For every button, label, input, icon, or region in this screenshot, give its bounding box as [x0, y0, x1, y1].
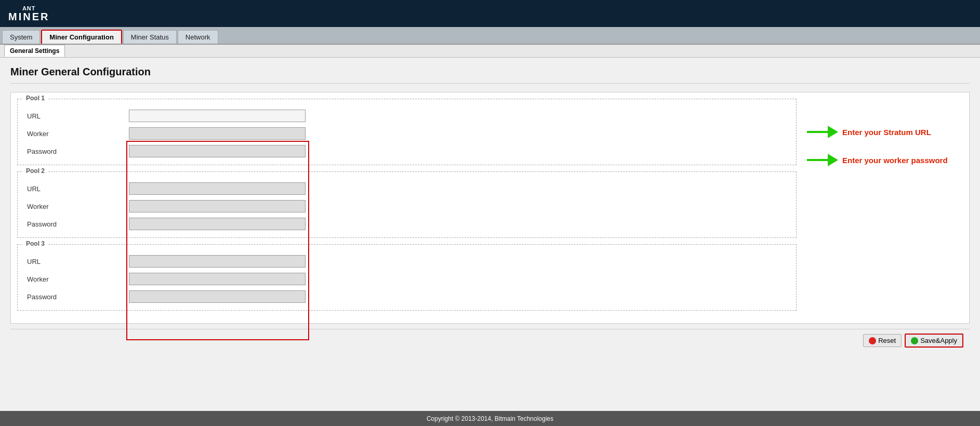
tab-system[interactable]: System — [2, 30, 40, 44]
pool2-password-input[interactable] — [129, 218, 306, 230]
pool2-password-row: Password — [25, 218, 789, 230]
arrow-stratum-icon — [807, 126, 838, 138]
main-content: Miner General Configuration Pool 1 URL W… — [0, 58, 980, 411]
pool1-worker-label: Worker — [25, 130, 129, 138]
reset-label: Reset — [878, 337, 896, 344]
logo-top: ANT — [22, 6, 36, 11]
pool2-worker-input[interactable] — [129, 200, 306, 212]
pool2-legend: Pool 2 — [23, 167, 48, 175]
pool1-area: Pool 1 URL Worker Password — [17, 99, 963, 317]
save-apply-button[interactable]: Save&Apply — [905, 334, 963, 348]
annotation-worker-text: Enter your worker password — [842, 156, 948, 165]
pool1-url-label: URL — [25, 112, 129, 120]
reset-button[interactable]: Reset — [863, 334, 902, 347]
pool3-url-input[interactable] — [129, 255, 306, 268]
annotation-stratum-text: Enter your Stratum URL — [842, 128, 931, 137]
pool3-url-row: URL — [25, 255, 789, 268]
pool1-password-input[interactable] — [129, 145, 306, 157]
pool3-legend: Pool 3 — [23, 240, 48, 247]
pool2-password-label: Password — [25, 220, 129, 228]
pool3-section: Pool 3 URL Worker Password — [17, 244, 797, 311]
save-apply-icon — [911, 337, 918, 344]
pool2-url-label: URL — [25, 185, 129, 193]
pool2-worker-label: Worker — [25, 203, 129, 210]
annotations-column: Enter your Stratum URL Enter your worker… — [797, 99, 963, 166]
pool1-worker-input[interactable] — [129, 127, 306, 140]
tab-network[interactable]: Network — [178, 30, 218, 44]
pool3-url-label: URL — [25, 258, 129, 265]
pool3-worker-label: Worker — [25, 275, 129, 283]
pool1-worker-row: Worker — [25, 127, 789, 140]
reset-icon — [869, 337, 876, 344]
pool1-password-label: Password — [25, 148, 129, 155]
pool2-worker-row: Worker — [25, 200, 789, 212]
pool1-section: Pool 1 URL Worker Password — [17, 99, 797, 165]
pool1-url-row: URL — [25, 110, 789, 122]
pool3-password-input[interactable] — [129, 290, 306, 303]
pool3-worker-input[interactable] — [129, 273, 306, 285]
pool2-url-row: URL — [25, 182, 789, 195]
pool3-worker-row: Worker — [25, 273, 789, 285]
pools-wrapper: Pool 1 URL Worker Password — [17, 99, 797, 317]
pool1-url-input[interactable] — [129, 110, 306, 122]
tab-miner-status[interactable]: Miner Status — [123, 30, 177, 44]
copyright-text: Copyright © 2013-2014, Bitmain Technolog… — [427, 415, 553, 422]
annotation-worker-password: Enter your worker password — [807, 154, 963, 166]
config-container: Pool 1 URL Worker Password — [10, 92, 970, 324]
save-apply-label: Save&Apply — [920, 337, 957, 344]
pool1-password-row: Password — [25, 145, 789, 157]
footer-bar: Reset Save&Apply — [10, 329, 970, 352]
header: ANT MINER — [0, 0, 980, 27]
arrow-worker-icon — [807, 154, 838, 166]
pool1-legend: Pool 1 — [23, 95, 48, 102]
pool2-url-input[interactable] — [129, 182, 306, 195]
pool3-password-label: Password — [25, 293, 129, 301]
tab-miner-configuration[interactable]: Miner Configuration — [41, 30, 122, 44]
annotation-stratum-url: Enter your Stratum URL — [807, 126, 963, 138]
copyright-bar: Copyright © 2013-2014, Bitmain Technolog… — [0, 411, 980, 426]
pool3-password-row: Password — [25, 290, 789, 303]
tab-bar: System Miner Configuration Miner Status … — [0, 27, 980, 45]
pool2-section: Pool 2 URL Worker Password — [17, 171, 797, 238]
logo: ANT MINER — [8, 6, 49, 22]
logo-bottom: MINER — [8, 11, 49, 22]
page-title: Miner General Configuration — [10, 66, 970, 84]
sub-tab-general-settings[interactable]: General Settings — [4, 45, 65, 57]
sub-tab-bar: General Settings — [0, 45, 980, 58]
